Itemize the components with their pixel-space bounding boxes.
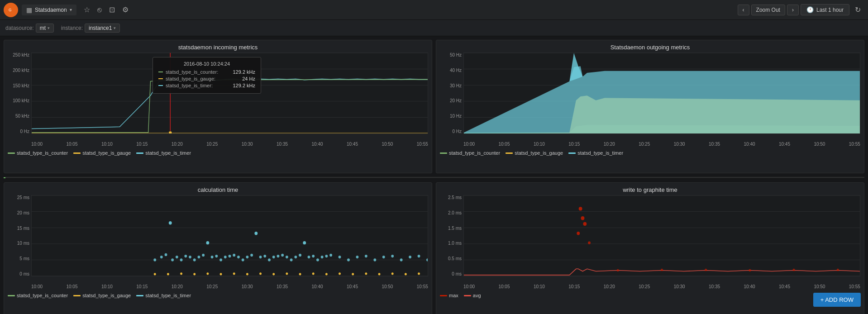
share-button[interactable]: ⎋ [94, 4, 105, 16]
svg-marker-20 [569, 53, 582, 81]
legend-item-gauge: statsd_type_is_gauge [73, 150, 131, 156]
panel-write-graphite: write to graphite time 2.5 ms 2.0 ms 1.5… [436, 182, 864, 314]
svg-point-107 [581, 216, 585, 220]
svg-point-95 [391, 255, 394, 257]
svg-point-91 [356, 256, 359, 258]
svg-point-71 [254, 232, 258, 235]
legend-item-timer-out: statsd_type_is_timer [568, 150, 623, 156]
y-axis-calc: 25 ms 20 ms 15 ms 10 ms 5 ms 0 ms [8, 195, 31, 276]
svg-point-52 [171, 258, 174, 261]
panel-write-title: write to graphite time [436, 183, 864, 195]
chart-canvas-calc [31, 195, 428, 276]
datasource-filter[interactable]: datasource: mt ▾ [5, 24, 54, 33]
timer-calc-legend-label: statsd_type_is_timer [145, 293, 191, 298]
time-range-picker[interactable]: 🕐 Last 1 hour [801, 4, 849, 15]
avg-write-legend-color [464, 295, 471, 296]
x-axis-outgoing: 10:00 10:05 10:10 10:15 10:20 10:25 10:3… [463, 135, 860, 147]
instance-caret-icon: ▾ [114, 26, 116, 30]
svg-point-35 [259, 272, 262, 275]
svg-point-74 [268, 258, 271, 261]
svg-point-30 [193, 273, 196, 275]
svg-point-60 [206, 241, 209, 244]
svg-point-110 [588, 242, 591, 244]
legend-write: max avg [436, 290, 864, 301]
svg-point-82 [303, 241, 306, 244]
zoom-out-button[interactable]: Zoom Out [751, 5, 785, 15]
datasource-value-selector[interactable]: mt ▾ [36, 24, 54, 33]
max-write-legend-label: max [449, 293, 458, 298]
svg-point-92 [365, 255, 367, 257]
svg-point-9 [168, 79, 172, 82]
svg-point-83 [308, 256, 310, 258]
instance-value-selector[interactable]: instance1 ▾ [85, 24, 120, 33]
top-nav: G ▦ Statsdaemon ▾ ☆ ⎋ ⊡ ⚙ ‹ Zoom Out › 🕐… [0, 0, 868, 20]
svg-point-63 [219, 258, 222, 261]
chart-canvas-outgoing [463, 52, 860, 134]
svg-point-54 [180, 258, 183, 261]
svg-point-32 [220, 273, 222, 275]
datasource-value: mt [40, 25, 46, 31]
legend-item-counter-calc: statsd_type_is_counter [8, 293, 68, 298]
svg-point-80 [294, 256, 297, 258]
svg-point-87 [325, 255, 328, 257]
svg-point-84 [312, 255, 315, 257]
svg-point-73 [263, 255, 266, 257]
panel-outgoing-title: Statsdaemon outgoing metrics [436, 40, 864, 52]
dashboard-grid: statsdaemon incoming metrics 250 kHz 200… [0, 36, 868, 314]
gauge-calc-legend-label: statsd_type_is_gauge [82, 293, 131, 298]
svg-point-45 [391, 272, 394, 275]
zoom-out-prev-button[interactable]: ‹ [738, 5, 749, 15]
y-axis-incoming: 250 kHz 200 kHz 150 kHz 100 kHz 50 kHz 0… [8, 52, 31, 134]
svg-point-58 [198, 256, 200, 258]
counter-out-legend-label: statsd_type_is_counter [449, 150, 500, 156]
svg-point-41 [339, 272, 341, 275]
timer-legend-color [136, 152, 143, 154]
panel-incoming-metrics: statsdaemon incoming metrics 250 kHz 200… [4, 40, 432, 173]
timer-legend-label: statsd_type_is_timer [145, 150, 191, 156]
legend-calc: statsd_type_is_counter statsd_type_is_ga… [4, 290, 432, 301]
svg-point-113 [705, 269, 707, 271]
svg-point-70 [250, 254, 253, 257]
svg-point-46 [405, 273, 407, 275]
svg-point-76 [277, 255, 280, 257]
row-indicator [4, 177, 5, 178]
svg-point-10 [168, 131, 172, 133]
svg-point-40 [325, 273, 328, 275]
svg-point-47 [418, 272, 420, 275]
svg-point-44 [378, 273, 381, 275]
svg-point-29 [180, 272, 182, 275]
svg-point-78 [286, 256, 288, 258]
counter-out-legend-color [440, 152, 447, 154]
zoom-out-next-button[interactable]: › [787, 5, 799, 15]
save-button[interactable]: ⊡ [105, 4, 119, 16]
star-button[interactable]: ☆ [80, 4, 94, 16]
instance-filter[interactable]: instance: instance1 ▾ [61, 24, 120, 33]
legend-item-max-write: max [440, 293, 458, 298]
svg-point-61 [211, 256, 214, 258]
svg-point-36 [272, 273, 275, 275]
svg-point-114 [749, 269, 751, 271]
svg-point-34 [246, 273, 248, 275]
timer-out-legend-color [568, 152, 576, 154]
svg-point-86 [321, 256, 324, 258]
settings-button[interactable]: ⚙ [119, 4, 132, 16]
svg-point-57 [193, 258, 196, 261]
dashboard-nav-item[interactable]: ▦ Statsdaemon ▾ [22, 5, 76, 15]
legend-item-timer-calc: statsd_type_is_timer [136, 293, 191, 298]
chevron-left-icon: ‹ [743, 7, 744, 13]
svg-marker-19 [464, 66, 860, 133]
svg-point-79 [290, 258, 293, 261]
svg-point-51 [169, 221, 172, 224]
svg-point-37 [286, 272, 288, 275]
refresh-button[interactable]: ↻ [851, 4, 864, 16]
svg-point-64 [224, 256, 227, 258]
panel-outgoing-metrics: Statsdaemon outgoing metrics 50 Hz 40 Hz… [436, 40, 864, 173]
counter-legend-label: statsd_type_is_counter [17, 150, 68, 156]
panel-calc-title: calculation time [4, 183, 432, 195]
svg-point-97 [409, 256, 411, 258]
add-row-button[interactable]: + ADD ROW [813, 293, 861, 307]
timer-calc-legend-color [136, 295, 143, 296]
grafana-logo[interactable]: G [4, 3, 18, 17]
svg-text:G: G [9, 8, 11, 12]
svg-point-72 [259, 256, 262, 258]
